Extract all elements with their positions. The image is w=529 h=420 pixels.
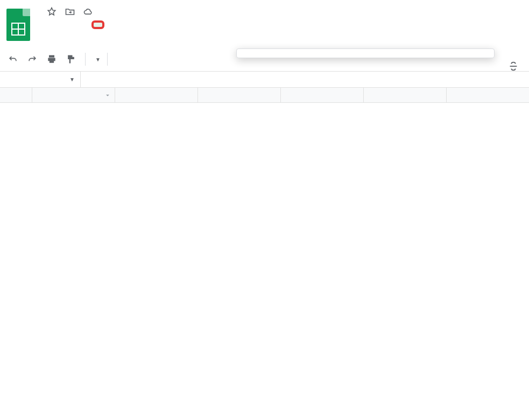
paint-format-button[interactable] [64,52,79,67]
menu-tools[interactable] [103,22,114,28]
menu-format[interactable] [82,22,93,28]
data-menu-dropdown [236,48,495,58]
spreadsheet-grid[interactable] [0,88,529,103]
select-all-corner[interactable] [0,88,32,102]
star-icon[interactable] [46,6,57,17]
menu-insert[interactable] [71,22,82,28]
column-header[interactable] [198,88,281,102]
strikethrough-button[interactable] [507,60,519,74]
name-box[interactable]: ▼ [0,72,81,87]
caret-down-icon: ▼ [95,57,101,62]
cloud-status-icon[interactable] [83,6,94,17]
move-folder-icon[interactable] [65,6,75,17]
sheets-logo-icon [6,9,30,41]
column-header[interactable] [281,88,364,102]
menu-edit[interactable] [50,22,60,28]
undo-button[interactable] [5,52,20,67]
column-menu-icon[interactable] [104,92,111,99]
column-header[interactable] [32,88,115,102]
column-header[interactable] [115,88,198,102]
menu-extensions[interactable] [114,22,125,28]
menu-help[interactable] [125,22,136,28]
menu-view[interactable] [60,22,71,28]
app-header [0,0,529,47]
menu-data[interactable] [93,22,103,28]
menubar [39,18,523,28]
caret-down-icon: ▼ [69,76,75,82]
column-header[interactable] [364,88,447,102]
menu-file[interactable] [39,22,50,28]
redo-button[interactable] [25,52,40,67]
column-header[interactable] [447,88,529,102]
print-button[interactable] [44,52,59,67]
formula-bar: ▼ [0,72,529,88]
zoom-select[interactable]: ▼ [92,57,101,62]
